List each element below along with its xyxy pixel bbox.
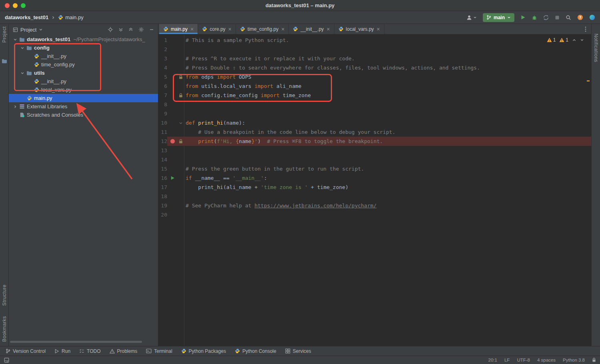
code-line-8[interactable]: 8 (158, 100, 591, 109)
settings-gear-icon[interactable] (138, 27, 144, 32)
search-everywhere-button[interactable] (566, 15, 571, 20)
tree-item-utils[interactable]: utils (9, 69, 158, 77)
tab-close-icon[interactable]: × (228, 26, 232, 32)
code-line-18[interactable]: 18 (158, 192, 591, 201)
toolwindow-services[interactable]: Services (285, 348, 311, 354)
breakpoint-icon[interactable] (170, 139, 175, 143)
code-line-1[interactable]: 1 # This is a sample Python script. (158, 36, 591, 45)
tab-close-icon[interactable]: × (281, 26, 284, 32)
toolwindow-python-console[interactable]: Python Console (235, 348, 276, 354)
python-file-icon (240, 26, 245, 32)
tree-item-local-vars-py[interactable]: local_vars.py (9, 86, 158, 94)
breadcrumb-file[interactable]: main.py (58, 14, 84, 20)
gutter-slot (167, 82, 178, 91)
assistant-button[interactable] (589, 14, 595, 20)
chevron-right-icon[interactable] (12, 105, 18, 109)
rerun-button[interactable] (543, 15, 549, 20)
close-window-button[interactable] (5, 3, 10, 8)
folder-tool-icon[interactable] (2, 59, 7, 64)
tab-local-vars-py[interactable]: local_vars.py × (334, 24, 384, 34)
code-text (184, 100, 186, 109)
run-button[interactable] (520, 15, 526, 20)
project-panel: Project dataworks_test01 ~/PycharmProjec… (9, 24, 158, 346)
help-button[interactable]: ? (577, 14, 583, 20)
toolwindow-python-packages[interactable]: Python Packages (181, 348, 226, 354)
tree-item-config[interactable]: config (9, 44, 158, 52)
code-line-15[interactable]: 15 # Press the green button in the gutte… (158, 164, 591, 173)
toolwindow-run[interactable]: Run (54, 348, 70, 354)
status-lf[interactable]: LF (504, 358, 510, 362)
tool-stripe-bookmarks[interactable]: Bookmarks (2, 316, 7, 342)
select-opened-file-button[interactable] (108, 27, 113, 32)
warning-badge[interactable]: 1 (559, 37, 568, 43)
breadcrumb-project[interactable]: dataworks_test01 (5, 14, 48, 20)
next-problem-button[interactable] (580, 38, 584, 42)
code-line-2[interactable]: 2 (158, 45, 591, 54)
collapse-all-button[interactable] (128, 27, 133, 32)
code-line-9[interactable]: 9 (158, 109, 591, 118)
tab-close-icon[interactable]: × (377, 26, 380, 32)
toolwindow-todo[interactable]: TODO (79, 348, 100, 354)
git-branch-button[interactable]: main (483, 13, 514, 22)
expand-all-button[interactable] (118, 27, 123, 32)
warning-badge[interactable]: 1 (547, 37, 556, 43)
tool-window-switcher-icon[interactable] (4, 358, 9, 363)
status-utf-8[interactable]: UTF-8 (517, 358, 530, 362)
code-line-14[interactable]: 14 (158, 155, 591, 164)
run-line-icon[interactable] (170, 176, 175, 180)
tool-stripe-project[interactable]: Project (2, 26, 7, 43)
stop-button[interactable] (555, 15, 560, 20)
toolwindow-problems[interactable]: Problems (110, 348, 138, 354)
code-line-17[interactable]: 17 print_hi(ali_name + 'time zone is ' +… (158, 183, 591, 192)
code-editor[interactable]: 1 # This is a sample Python script. 2 3 … (158, 34, 591, 346)
tab-close-icon[interactable]: × (326, 26, 330, 32)
tab-init-py[interactable]: __init__.py × (289, 24, 334, 34)
chevron-down-icon[interactable] (12, 38, 18, 42)
chevron-down-icon[interactable] (19, 71, 26, 75)
status-python-3-8[interactable]: Python 3.8 (563, 358, 585, 362)
horizontal-scrollbar[interactable] (10, 341, 142, 343)
branch-icon (486, 15, 491, 20)
lock-gutter-icon (178, 91, 184, 100)
status-4-spaces[interactable]: 4 spaces (537, 358, 556, 362)
tab-close-icon[interactable]: × (190, 26, 194, 32)
code-line-11[interactable]: 11 # Use a breakpoint in the code line b… (158, 127, 591, 137)
code-line-7[interactable]: 7 from config.time_config import time_zo… (158, 91, 591, 100)
tree-item-time-config-py[interactable]: time_config.py (9, 60, 158, 69)
user-account-button[interactable] (466, 15, 477, 20)
tree-item-dataworks-test01[interactable]: dataworks_test01 ~/PycharmProjects/dataw… (9, 35, 158, 44)
code-line-19[interactable]: 19 # See PyCharm help at https://www.jet… (158, 201, 591, 210)
tab-time-config-py[interactable]: time_config.py × (236, 24, 289, 34)
tree-item-init-py[interactable]: __init__.py (9, 77, 158, 86)
minimize-window-button[interactable] (13, 3, 18, 8)
tree-item-external-libraries[interactable]: External Libraries (9, 102, 158, 111)
status-20-1[interactable]: 20:1 (488, 358, 497, 362)
fold-spacer (178, 183, 184, 192)
code-line-16[interactable]: 16 if __name__ == '__main__': (158, 173, 591, 183)
project-panel-title[interactable]: Project (20, 27, 43, 33)
code-line-10[interactable]: 10 def print_hi(name): (158, 118, 591, 127)
toolwindow-version-control[interactable]: Version Control (6, 348, 46, 354)
debug-button[interactable] (532, 15, 537, 20)
tree-item-scratches-and-consoles[interactable]: Scratches and Consoles (9, 111, 158, 119)
tool-stripe-structure[interactable]: Structure (2, 284, 7, 306)
code-line-20[interactable]: 20 (158, 210, 591, 219)
prev-problem-button[interactable] (572, 38, 576, 42)
code-line-13[interactable]: 13 (158, 146, 591, 155)
code-line-6[interactable]: 6 from utils.local_vars import ali_name (158, 82, 591, 91)
toolwindow-terminal[interactable]: Terminal (146, 348, 172, 354)
zoom-window-button[interactable] (21, 3, 26, 8)
hide-panel-button[interactable] (149, 27, 154, 32)
code-line-5[interactable]: 5 from odps import ODPS (158, 72, 591, 82)
code-line-4[interactable]: 4 # Press Double ⇧ to search everywhere … (158, 63, 591, 72)
tab-options-button[interactable] (585, 26, 586, 32)
tree-item-init-py[interactable]: __init__.py (9, 52, 158, 60)
tab-main-py[interactable]: main.py × (159, 24, 198, 34)
chevron-down-icon[interactable] (19, 46, 26, 50)
code-line-12[interactable]: 12 print(f'Hi, {name}') # Press ⌘F8 to t… (158, 137, 591, 146)
tool-stripe-notifications[interactable]: Notifications (593, 34, 599, 62)
code-line-3[interactable]: 3 # Press ^R to execute it or replace it… (158, 54, 591, 63)
tab-core-py[interactable]: core.py × (198, 24, 236, 34)
tree-item-main-py[interactable]: main.py (9, 94, 158, 102)
inspections-widget[interactable]: 1 1 (547, 37, 584, 43)
